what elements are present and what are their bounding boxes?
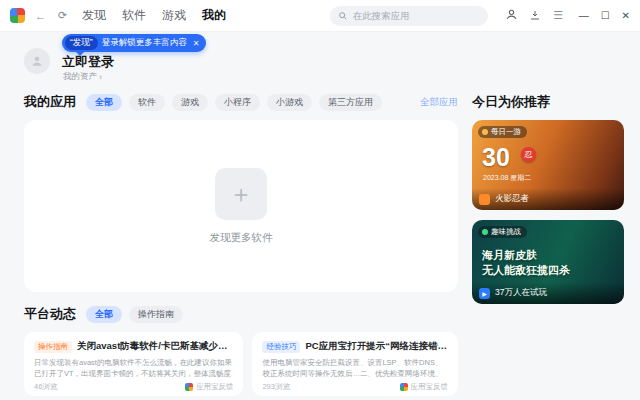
news-source: 应用宝反馈 <box>400 382 449 392</box>
minimize-button[interactable]: — <box>579 10 589 21</box>
challenge-badge: 趣味挑战 <box>478 226 527 238</box>
search-icon <box>338 7 348 25</box>
discover-more-label: 发现更多软件 <box>210 231 273 245</box>
news-views: 293浏览 <box>262 382 290 392</box>
challenge-text: 海月新皮肤 无人能敌狂揽四杀 <box>482 248 570 279</box>
main-nav: 发现 软件 游戏 我的 <box>82 7 226 24</box>
calendar-date: 2023.08 星期二 <box>483 173 531 183</box>
nav-tab-software[interactable]: 软件 <box>122 7 146 24</box>
nav-tab-games[interactable]: 游戏 <box>162 7 186 24</box>
news-source-label: 应用宝反馈 <box>196 382 234 392</box>
daily-game-card[interactable]: 每日一游 30 忍 2023.08 星期二 火影忍者 <box>472 120 624 210</box>
maximize-button[interactable]: ☐ <box>601 10 610 21</box>
my-apps-header: 我的应用 全部 软件 游戏 小程序 小游戏 第三方应用 全部应用 <box>24 92 458 112</box>
filter-thirdparty[interactable]: 第三方应用 <box>319 94 382 111</box>
news-title: PC应用宝打开提示“网络连接错误” <box>305 340 448 353</box>
badge-dot-icon <box>482 229 488 235</box>
login-button[interactable]: 立即登录 <box>62 53 114 71</box>
app-logo-icon <box>400 383 408 391</box>
challenge-card[interactable]: 趣味挑战 海月新皮肤 无人能敌狂揽四杀 ▶ 37万人在试玩 <box>472 220 624 304</box>
filter-all[interactable]: 全部 <box>86 94 122 111</box>
add-software-button[interactable]: ＋ <box>215 168 267 220</box>
filter-games[interactable]: 游戏 <box>172 94 208 111</box>
search-input[interactable] <box>353 10 480 21</box>
filter-miniapps[interactable]: 小程序 <box>215 94 260 111</box>
nav-tab-mine[interactable]: 我的 <box>202 7 226 24</box>
feed-section: 平台动态 全部 操作指南 操作指南 关闭avast防毒软件/卡巴斯基减少卡顿现象… <box>24 304 458 400</box>
search-bar[interactable] <box>330 6 488 26</box>
topbar: ← ⟳ 发现 软件 游戏 我的 ☰ — ☐ ✕ <box>0 0 640 32</box>
news-title: 关闭avast防毒软件/卡巴斯基减少卡顿现象 <box>77 340 233 353</box>
feed-filter-guides[interactable]: 操作指南 <box>129 306 183 323</box>
news-tag: 经验技巧 <box>262 341 300 353</box>
news-card[interactable]: 操作指南 关闭avast防毒软件/卡巴斯基减少卡顿现象 日常发现装有avast的… <box>24 332 243 396</box>
chevron-right-icon: › <box>99 72 102 82</box>
feed-title: 平台动态 <box>24 305 76 323</box>
recommend-title: 今日为你推荐 <box>472 93 550 111</box>
profile-icon[interactable] <box>505 7 518 25</box>
game-emblem-icon: 忍 <box>521 147 536 162</box>
all-apps-link[interactable]: 全部应用 <box>420 96 458 109</box>
challenge-line2: 无人能敌狂揽四杀 <box>482 263 570 278</box>
calendar-day: 30 <box>482 145 510 170</box>
badge-dot-icon <box>482 129 488 135</box>
plus-icon: ＋ <box>229 178 253 210</box>
feed-grid: 操作指南 关闭avast防毒软件/卡巴斯基减少卡顿现象 日常发现装有avast的… <box>24 332 458 400</box>
badge-label: 趣味挑战 <box>491 227 521 237</box>
game-icon <box>479 194 490 205</box>
topbar-actions: ☰ <box>505 7 565 25</box>
news-tag: 操作指南 <box>34 341 72 353</box>
recommend-header: 今日为你推荐 <box>472 92 624 112</box>
tooltip-tag: “发现” <box>65 36 98 50</box>
news-views: 46浏览 <box>34 382 57 392</box>
my-assets-label: 我的资产 <box>63 71 97 83</box>
news-body: 日常发现装有avast的电脑软件不怎么流畅，在此建议你如果已打开了VT，出现界面… <box>34 357 233 379</box>
my-assets-link[interactable]: 我的资产 › <box>63 71 102 83</box>
empty-apps-card: ＋ 发现更多软件 <box>24 120 458 292</box>
app-logo-icon <box>10 8 25 23</box>
app-logo-icon <box>185 383 193 391</box>
news-source-label: 应用宝反馈 <box>411 382 449 392</box>
feed-filter-all[interactable]: 全部 <box>86 306 122 323</box>
badge-label: 每日一游 <box>491 127 521 137</box>
tooltip-text: 登录解锁更多丰富内容 <box>102 37 187 49</box>
news-body: 使用电脑管家安全防拦截设置、设置LSP、软件DNS、校正系统时间等操作无效后…二… <box>262 357 448 379</box>
close-button[interactable]: ✕ <box>622 10 630 21</box>
login-tooltip: “发现” 登录解锁更多丰富内容 ✕ <box>62 34 206 52</box>
refresh-icon[interactable]: ⟳ <box>56 9 69 22</box>
my-apps-title: 我的应用 <box>24 93 76 111</box>
play-icon: ▶ <box>479 288 490 299</box>
news-source: 应用宝反馈 <box>185 382 234 392</box>
window-controls: — ☐ ✕ <box>579 10 630 21</box>
login-area: “发现” 登录解锁更多丰富内容 ✕ 立即登录 我的资产 › <box>24 40 624 86</box>
nav-tab-discover[interactable]: 发现 <box>82 7 106 24</box>
challenge-line1: 海月新皮肤 <box>482 248 570 263</box>
download-icon[interactable] <box>529 7 541 25</box>
filter-software[interactable]: 软件 <box>129 94 165 111</box>
back-icon[interactable]: ← <box>34 10 47 22</box>
menu-icon[interactable]: ☰ <box>552 9 565 22</box>
game-name: 火影忍者 <box>495 193 529 205</box>
close-icon[interactable]: ✕ <box>193 39 200 48</box>
avatar[interactable] <box>24 48 50 74</box>
news-card[interactable]: 经验技巧 PC应用宝打开提示“网络连接错误” 使用电脑管家安全防拦截设置、设置L… <box>252 332 458 396</box>
daily-game-badge: 每日一游 <box>478 126 527 138</box>
players-count: 37万人在试玩 <box>495 287 547 299</box>
feed-header: 平台动态 全部 操作指南 <box>24 304 458 324</box>
filter-minigames[interactable]: 小游戏 <box>267 94 312 111</box>
